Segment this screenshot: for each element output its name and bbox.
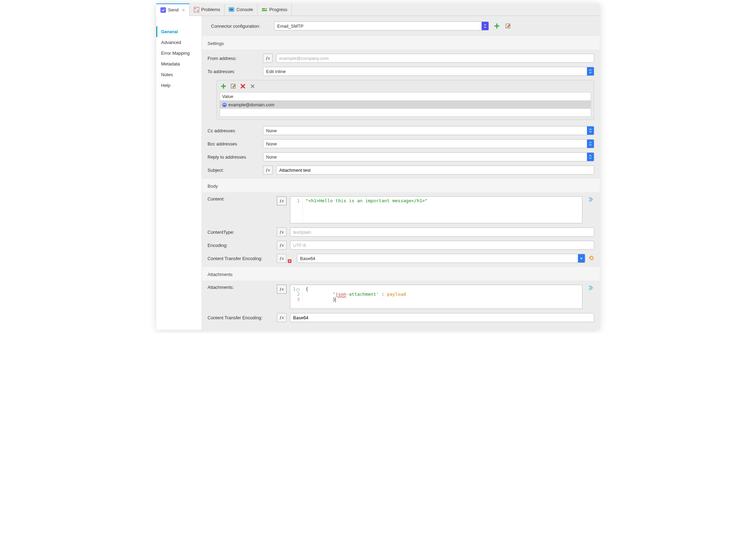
content-type-label: ContentType: — [208, 230, 273, 235]
dataweave-icon[interactable] — [588, 196, 594, 203]
empty-row — [220, 109, 591, 116]
body-header: Body — [202, 179, 600, 192]
subject-input[interactable] — [276, 166, 594, 175]
add-connector-button[interactable] — [494, 23, 500, 29]
cc-value: None — [266, 128, 277, 133]
to-addresses-mode-select[interactable]: Edit inline — [263, 67, 594, 76]
svg-rect-1 — [194, 7, 199, 12]
connector-label: Connector configuration: — [211, 24, 269, 29]
chevron-updown-icon — [587, 126, 594, 135]
encoding-label: Encoding: — [208, 243, 273, 248]
tab-label: Console — [236, 7, 253, 12]
tab-label: Progress — [269, 7, 287, 12]
attachments-header: Attachments — [202, 267, 600, 281]
content-type-input[interactable] — [290, 228, 594, 237]
chevron-updown-icon — [587, 67, 594, 75]
code-gutter: 1− 2 3 — [290, 285, 303, 309]
cc-addresses-label: Cc addresses — [208, 128, 260, 133]
tab-bar: Send × Problems Console Progress — [156, 3, 600, 16]
sidebar: General Advanced Error Mapping Metadata … — [156, 16, 202, 330]
svg-point-10 — [252, 86, 254, 87]
svg-rect-6 — [262, 8, 265, 9]
edit-address-button[interactable] — [230, 83, 236, 89]
sidebar-item-error-mapping[interactable]: Error Mapping — [156, 48, 202, 59]
chevron-down-icon — [578, 254, 585, 262]
chevron-updown-icon — [587, 140, 594, 148]
cc-addresses-select[interactable]: None — [263, 126, 594, 135]
body-cte-select[interactable]: Base64 — [297, 254, 585, 263]
body-cte-label: Content Transfer Encoding: — [208, 256, 273, 261]
subject-label: Subject: — [208, 168, 260, 173]
content-label: Content: — [208, 196, 273, 202]
reply-to-label: Reply to addresses — [208, 154, 260, 160]
content-code-text: "<h1>Hello this is an important message<… — [306, 198, 428, 203]
tools-address-button[interactable] — [249, 83, 256, 89]
to-address-row[interactable]: example@domain.com — [220, 101, 591, 109]
reply-value: None — [266, 154, 277, 160]
chevron-updown-icon — [587, 153, 594, 161]
fold-icon[interactable]: − — [296, 288, 300, 292]
reply-to-select[interactable]: None — [263, 152, 594, 161]
tab-problems[interactable]: Problems — [190, 3, 225, 16]
from-address-label: From address: — [208, 56, 260, 61]
bcc-addresses-select[interactable]: None — [263, 139, 594, 148]
svg-point-3 — [197, 10, 198, 11]
close-icon[interactable]: × — [182, 7, 185, 13]
chevron-updown-icon — [482, 22, 489, 30]
svg-rect-5 — [230, 8, 233, 11]
fx-button[interactable]: ƒx — [277, 254, 287, 263]
body-cte-value: Base64 — [300, 256, 315, 261]
tab-label: Problems — [201, 7, 220, 12]
fx-button[interactable]: ƒx — [277, 241, 287, 250]
to-mode-value: Edit inline — [266, 69, 285, 74]
attachments-cte-label: Content Transfer Encoding: — [208, 315, 273, 320]
fx-button[interactable]: ƒx — [277, 196, 287, 205]
main-panel: Connector configuration: Email_SMTP Sett… — [202, 16, 600, 330]
settings-header: Settings — [202, 36, 600, 50]
console-icon — [229, 7, 234, 12]
sidebar-item-metadata[interactable]: Metadata — [156, 59, 202, 69]
encoding-input[interactable] — [290, 241, 594, 250]
fx-button[interactable]: ƒx — [277, 285, 287, 294]
sidebar-item-notes[interactable]: Notes — [156, 69, 202, 80]
attachments-code-content: { 'json-attachment' : payload } — [303, 285, 582, 309]
fx-button[interactable]: ƒx — [277, 228, 287, 237]
bcc-addresses-label: Bcc addresses — [208, 141, 260, 146]
dataweave-icon[interactable] — [588, 285, 594, 291]
svg-rect-0 — [160, 7, 166, 13]
edit-connector-button[interactable] — [505, 23, 511, 29]
sidebar-item-help[interactable]: Help — [156, 80, 202, 91]
svg-rect-7 — [262, 10, 267, 11]
connector-select[interactable]: Email_SMTP — [274, 21, 489, 30]
tab-send[interactable]: Send × — [156, 3, 190, 16]
fx-button[interactable]: ƒx — [277, 313, 287, 322]
connector-row: Connector configuration: Email_SMTP — [202, 16, 600, 36]
to-addresses-table: Value example@domain.com — [217, 80, 594, 120]
attachments-code-editor[interactable]: 1− 2 3 { 'json-attachment' : payload } — [290, 285, 582, 309]
content-code-editor[interactable]: 1 "<h1>Hello this is an important messag… — [290, 196, 582, 223]
attachments-label: Attachments: — [208, 285, 273, 290]
attachments-cte-input[interactable] — [290, 313, 594, 322]
svg-point-11 — [222, 103, 227, 107]
fx-button[interactable]: ƒx — [263, 54, 273, 63]
progress-icon — [262, 7, 267, 12]
connector-value: Email_SMTP — [277, 24, 304, 29]
badge-icon — [222, 103, 227, 107]
refresh-icon[interactable] — [589, 255, 594, 262]
tab-console[interactable]: Console — [225, 3, 257, 16]
tab-label: Send — [168, 7, 178, 12]
add-address-button[interactable] — [220, 83, 227, 89]
error-marker-icon — [288, 259, 291, 263]
delete-address-button[interactable] — [240, 83, 246, 89]
sidebar-item-general[interactable]: General — [156, 26, 202, 37]
code-gutter: 1 — [290, 197, 303, 223]
bcc-value: None — [266, 141, 277, 146]
fx-button[interactable]: ƒx — [263, 166, 273, 175]
send-icon — [160, 7, 166, 13]
tab-progress[interactable]: Progress — [257, 3, 292, 16]
sidebar-item-advanced[interactable]: Advanced — [156, 37, 202, 48]
problems-icon — [194, 7, 199, 12]
to-address-value: example@domain.com — [228, 102, 274, 107]
to-addresses-label: To addresses — [208, 69, 260, 74]
from-address-input[interactable] — [276, 54, 594, 63]
